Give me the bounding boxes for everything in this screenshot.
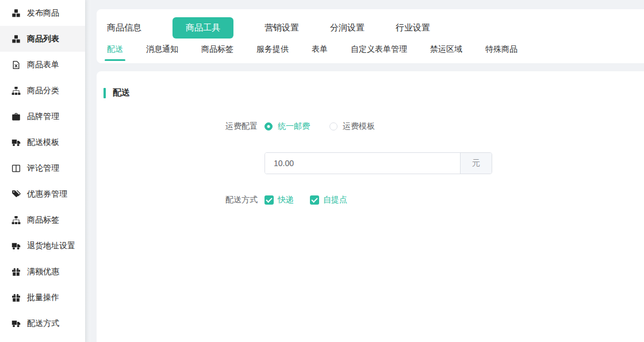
primary-tab[interactable]: 营销设置 xyxy=(264,22,299,33)
secondary-tab[interactable]: 禁运区域 xyxy=(430,44,462,63)
gift-icon xyxy=(12,267,21,276)
sidebar-item-label: 配送方式 xyxy=(27,318,59,329)
sidebar-item[interactable]: 退货地址设置 xyxy=(0,233,85,259)
sidebar-scrollbar-track[interactable] xyxy=(85,0,91,342)
tabs-card: 商品信息 商品工具 营销设置 分润设置 行业设置 配送 消息通知 商品标签 服务… xyxy=(97,9,644,63)
freight-radio-option[interactable]: 统一邮费 xyxy=(264,121,310,132)
postage-amount-row: 元 xyxy=(103,152,644,174)
secondary-tab[interactable]: 特殊商品 xyxy=(485,44,518,63)
delivery-settings-form: 运费配置 统一邮费 运费模板 xyxy=(103,121,644,205)
file-excel-icon xyxy=(12,60,21,70)
freight-config-label: 运费配置 xyxy=(103,121,258,132)
truck-icon xyxy=(12,319,21,328)
delivery-checkbox-group: 快递 自提点 xyxy=(264,195,363,205)
delivery-method-row: 配送方式 快递 自提点 xyxy=(103,195,644,205)
sidebar-item-label: 商品标签 xyxy=(27,215,59,225)
section-accent-bar xyxy=(103,88,106,98)
secondary-tab[interactable]: 服务提供 xyxy=(256,44,289,63)
gift-icon xyxy=(12,293,21,302)
sidebar-item-label: 商品表单 xyxy=(27,60,59,70)
main-area: 商品信息 商品工具 营销设置 分润设置 行业设置 配送 消息通知 商品标签 服务… xyxy=(91,0,644,342)
sidebar-item-label: 发布商品 xyxy=(27,8,59,18)
secondary-tab[interactable]: 消息通知 xyxy=(146,44,178,63)
primary-tab[interactable]: 行业设置 xyxy=(396,22,430,33)
checkbox-checked-icon xyxy=(310,195,319,205)
radio-icon xyxy=(264,122,273,130)
truck-icon xyxy=(12,241,21,251)
primary-tab-bar: 商品信息 商品工具 营销设置 分润设置 行业设置 xyxy=(107,16,641,39)
primary-tab[interactable]: 商品信息 xyxy=(107,22,141,33)
tags-icon xyxy=(12,190,21,199)
sidebar-item-label: 退货地址设置 xyxy=(27,241,75,251)
sidebar-item-label: 满额优惠 xyxy=(27,267,59,277)
sidebar-item[interactable]: 商品列表 xyxy=(0,26,85,52)
cubes-icon xyxy=(12,34,21,44)
primary-tab[interactable]: 商品工具 xyxy=(172,17,233,39)
sidebar-item-label: 批量操作 xyxy=(27,293,59,303)
cubes-icon xyxy=(12,9,21,18)
sidebar-item-label: 品牌管理 xyxy=(27,112,59,122)
delivery-method-label: 配送方式 xyxy=(103,195,258,205)
secondary-tab[interactable]: 配送 xyxy=(107,44,123,63)
sidebar-item[interactable]: 配送模板 xyxy=(0,129,85,155)
briefcase-icon xyxy=(12,112,21,121)
sidebar-item[interactable]: 优惠券管理 xyxy=(0,181,85,207)
sidebar-item[interactable]: 满额优惠 xyxy=(0,259,85,285)
sidebar-item[interactable]: 商品表单 xyxy=(0,52,85,78)
sidebar-item-label: 商品分类 xyxy=(27,86,59,96)
postage-unit-addon: 元 xyxy=(460,153,492,174)
sidebar-item-label: 配送模板 xyxy=(27,137,59,148)
secondary-tab[interactable]: 商品标签 xyxy=(201,44,233,63)
sidebar-item[interactable]: 评论管理 xyxy=(0,155,85,181)
columns-icon xyxy=(12,164,21,173)
primary-tab[interactable]: 分润设置 xyxy=(330,22,365,33)
delivery-checkbox-option[interactable]: 自提点 xyxy=(310,195,347,205)
secondary-tab[interactable]: 自定义表单管理 xyxy=(351,44,407,63)
sidebar-item-label: 评论管理 xyxy=(27,163,59,174)
checkbox-label: 自提点 xyxy=(323,195,347,205)
sidebar-item[interactable]: 配送方式 xyxy=(0,310,85,336)
secondary-tab[interactable]: 表单 xyxy=(312,44,328,63)
sidebar-item-label: 优惠券管理 xyxy=(27,189,67,199)
sidebar-item-label: 商品列表 xyxy=(27,34,59,44)
postage-amount-input[interactable] xyxy=(265,153,460,174)
secondary-tab-bar: 配送 消息通知 商品标签 服务提供 表单 自定义表单管理 禁运区域 特殊商品 xyxy=(107,44,641,63)
delivery-checkbox-option[interactable]: 快递 xyxy=(264,195,294,205)
sitemap-icon xyxy=(12,216,21,225)
radio-icon xyxy=(329,122,338,130)
sidebar: 发布商品 商品列表 商品表单 商品分类 品牌管理 配送模板 评论管理 xyxy=(0,0,85,342)
sitemap-icon xyxy=(12,86,21,95)
section-title-text: 配送 xyxy=(113,87,130,98)
sidebar-item[interactable]: 发布商品 xyxy=(0,0,85,26)
freight-config-row: 运费配置 统一邮费 运费模板 xyxy=(103,121,644,132)
sidebar-item[interactable]: 品牌管理 xyxy=(0,103,85,129)
sidebar-item[interactable]: 商品标签 xyxy=(0,207,85,233)
truck-icon xyxy=(12,138,21,147)
radio-label: 统一邮费 xyxy=(278,121,310,132)
postage-input-group: 元 xyxy=(264,152,492,174)
sidebar-item[interactable]: 批量操作 xyxy=(0,285,85,310)
freight-radio-option[interactable]: 运费模板 xyxy=(329,121,375,132)
content-card: 配送 运费配置 统一邮费 运费模板 xyxy=(97,71,644,342)
freight-radio-group: 统一邮费 运费模板 xyxy=(264,121,394,132)
checkbox-label: 快递 xyxy=(278,195,294,205)
sidebar-item[interactable]: 商品分类 xyxy=(0,78,85,103)
checkbox-checked-icon xyxy=(264,195,274,205)
section-title: 配送 xyxy=(103,87,644,98)
radio-label: 运费模板 xyxy=(343,121,375,132)
